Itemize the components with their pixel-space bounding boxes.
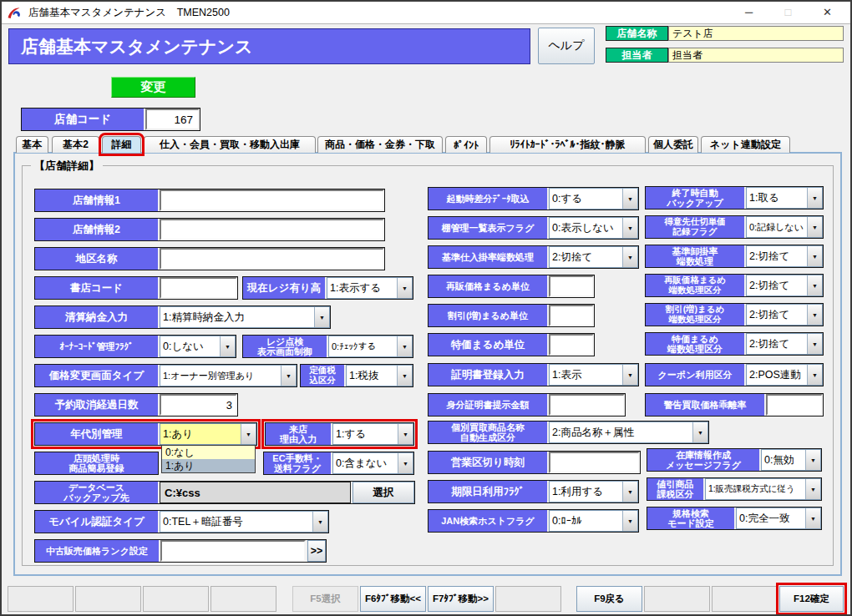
resale-round-div-select[interactable]: 2:切捨て ▼ [746,275,823,296]
tab-net-link[interactable]: ネット連動設定 [701,136,790,153]
district-input[interactable] [160,248,384,270]
tab-purchase-member[interactable]: 仕入・会員・買取・移動入出庫 [144,136,316,153]
dropdown-arrow-icon[interactable]: ▼ [622,247,637,267]
dropdown-arrow-icon[interactable]: ▼ [807,305,822,325]
price-change-select[interactable]: 1:オーナー別管理あり ▼ [160,365,297,386]
mode-change-button[interactable]: 変更 [111,77,195,98]
discount-tax-select[interactable]: 1:販売課税方式に従う ▼ [705,478,821,500]
f12-confirm-button[interactable]: F12確定 [779,586,844,612]
dropdown-arrow-icon[interactable]: ▼ [397,366,412,386]
dropdown-arrow-icon[interactable]: ▼ [807,217,822,237]
expiry-flag-select[interactable]: 1:利用する ▼ [549,481,638,502]
field-spec-search-mode: 規格検索 モード設定 0:完全一致 ▼ [647,507,822,530]
auto-backup-select[interactable]: 1:取る ▼ [746,187,823,209]
dropdown-arrow-icon[interactable]: ▼ [397,336,412,356]
dropdown-arrow-icon[interactable]: ▼ [805,450,820,470]
dropdown-arrow-icon[interactable]: ▼ [281,366,296,386]
help-button[interactable]: ヘルプ [538,28,595,64]
warn-dev-input[interactable] [766,394,823,416]
staff-value: 担当者 [668,48,844,63]
discount-unit-input[interactable] [549,305,594,326]
dropdown-arrow-icon[interactable]: ▼ [805,508,820,528]
close-button[interactable]: ✕ [808,2,847,23]
dropdown-arrow-icon[interactable]: ▼ [807,365,822,385]
cert-input-select[interactable]: 1:表示 ▼ [549,364,638,386]
visit-reason-select[interactable]: 1:する ▼ [332,423,413,445]
shelf-flag-select[interactable]: 0:表示しない ▼ [549,217,638,239]
tab-rewrite-card[interactable]: ﾘﾗｲﾄｶｰﾄﾞ･ﾗﾍﾞﾙ･指紋･静脈 [489,136,646,153]
dropdown-arrow-icon[interactable]: ▼ [398,453,413,473]
dropdown-arrow-icon[interactable]: ▼ [807,334,822,354]
dropdown-arrow-icon[interactable]: ▼ [805,479,820,499]
dropdown-arrow-icon[interactable]: ▼ [807,188,822,208]
purchase-round-select[interactable]: 2:切捨て ▼ [549,246,638,268]
bookstore-code-input[interactable] [160,277,237,299]
dropdown-arrow-icon[interactable]: ▼ [622,365,637,385]
dropdown-arrow-icon[interactable]: ▼ [312,512,327,532]
dropdown-arrow-icon[interactable]: ▼ [692,422,707,442]
tab-detail[interactable]: 詳細 [102,136,141,153]
special-unit-input[interactable] [549,334,594,356]
spec-search-select[interactable]: 0:完全一致 ▼ [736,507,821,529]
customer-price-rec-select[interactable]: 0:記録しない ▼ [746,216,823,238]
used-rank-input[interactable] [160,540,306,562]
field-purchase-round: 基準仕入掛率端数処理 2:切捨て ▼ [428,245,639,269]
biz-cutoff-input[interactable] [549,452,640,473]
tab-product-price[interactable]: 商品・価格・金券・下取 [317,136,443,153]
tab-basic2[interactable]: 基本2 [52,136,99,153]
f6-tab-prev-button[interactable]: F6ﾀﾌﾞ移動<< [360,586,426,612]
resv-cancel-input[interactable]: 3 [160,394,237,416]
ec-fee-select[interactable]: 0:含まない ▼ [332,452,413,474]
dropdown-option[interactable]: 0:なし [162,446,255,459]
startup-diff-select[interactable]: 0:する ▼ [549,188,638,210]
db-backup-path[interactable]: C:¥css [160,482,351,503]
dropdown-arrow-icon[interactable]: ▼ [397,278,412,298]
id-amount-input[interactable] [549,394,625,416]
tab-basic[interactable]: 基本 [16,136,48,153]
discount-round-div-select[interactable]: 2:切捨て ▼ [746,304,823,326]
dropdown-arrow-icon[interactable]: ▼ [622,511,637,531]
f9-back-button[interactable]: F9戻る [576,586,642,612]
store-info1-input[interactable] [160,189,384,211]
selected-value: 2:切捨て [747,275,807,295]
wholesale-round-select[interactable]: 2:切捨て ▼ [746,245,823,267]
owner-code-select[interactable]: 0:しない ▼ [160,336,236,357]
purchase-round-label: 基準仕入掛率端数処理 [429,246,547,268]
store-info2-input[interactable] [160,219,384,240]
dropdown-option-selected[interactable]: 1:あり [162,459,255,472]
store-code-value[interactable]: 167 [145,109,200,130]
buy-name-gen-select[interactable]: 2:商品名称＋属性 ▼ [549,422,708,443]
dropdown-arrow-icon[interactable]: ▼ [314,307,329,327]
dropdown-arrow-icon[interactable]: ▼ [241,424,256,444]
fkey-blank-1 [8,586,74,612]
field-store-info2: 店舗情報2 [34,218,385,241]
list-tax-select[interactable]: 1:税抜 ▼ [346,365,413,386]
field-db-backup: データベース バックアップ先 C:¥css 選択 [34,481,415,504]
store-name-label: 店舗名称 [606,26,668,41]
jan-host-select[interactable]: 0:ﾛｰｶﾙ ▼ [549,510,638,532]
coupon-div-select[interactable]: 2:POS連動 ▼ [746,364,823,386]
age-mgmt-select[interactable]: 1:あり ▼ [160,423,256,445]
dropdown-arrow-icon[interactable]: ▼ [622,218,637,238]
mobile-auth-select[interactable]: 0:TEL＋暗証番号 ▼ [160,511,328,533]
minimize-button[interactable]: ─ [729,2,768,23]
owner-code-label: ｵｰﾅｰｺｰﾄﾞ管理ﾌﾗｸﾞ [35,336,158,357]
stock-msg-select[interactable]: 0:無効 ▼ [761,449,821,471]
dropdown-arrow-icon[interactable]: ▼ [398,424,413,444]
db-backup-browse-button[interactable]: 選択 [352,482,414,503]
settlement-select[interactable]: 1:精算時納金入力 ▼ [160,306,330,328]
special-round-div-select[interactable]: 2:切捨て ▼ [746,333,823,355]
dropdown-arrow-icon[interactable]: ▼ [622,189,637,209]
register-cash-select[interactable]: 1:表示する ▼ [327,277,413,299]
dropdown-arrow-icon[interactable]: ▼ [807,246,822,266]
tab-consignment[interactable]: 個人委託 [648,136,698,153]
dropdown-arrow-icon[interactable]: ▼ [807,275,822,295]
f7-tab-next-button[interactable]: F7ﾀﾌﾞ移動>> [428,586,494,612]
used-rank-expand-button[interactable]: >> [307,540,326,562]
resale-unit-input[interactable] [549,275,594,297]
tab-point[interactable]: ﾎﾟｲﾝﾄ [445,136,487,153]
dropdown-arrow-icon[interactable]: ▼ [220,336,235,356]
group-title: 【店舗詳細】 [31,159,103,174]
dropdown-arrow-icon[interactable]: ▼ [622,482,637,502]
register-check-select[interactable]: 0:ﾁｪｯｸする ▼ [328,336,413,357]
